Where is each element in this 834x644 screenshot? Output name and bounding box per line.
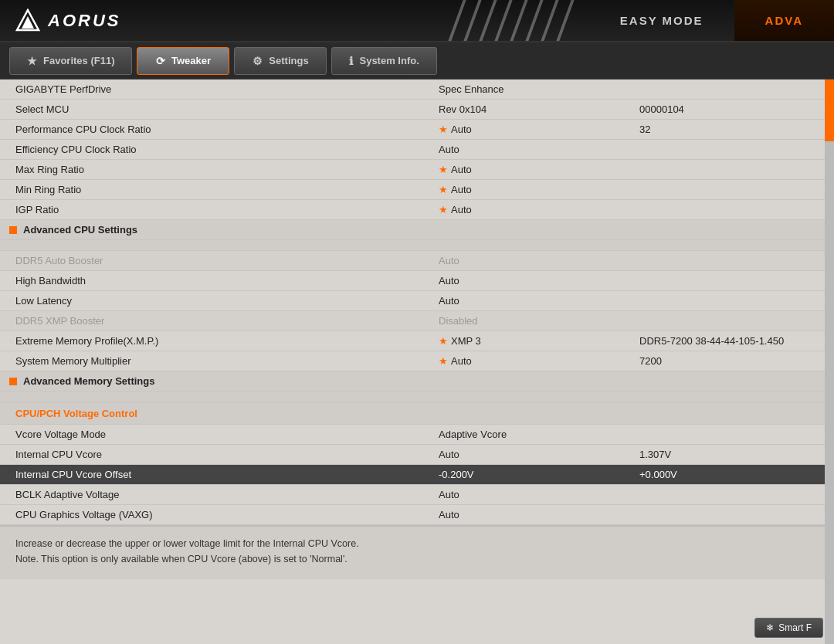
settings-row-select-mcu[interactable]: Select MCU Rev 0x104 00000104 bbox=[0, 100, 825, 120]
settings-row-perf-cpu-clock[interactable]: Performance CPU Clock Ratio ★Auto 32 bbox=[0, 120, 825, 140]
row-name: Vcore Voltage Mode bbox=[0, 426, 432, 442]
star-icon: ★ bbox=[439, 204, 448, 215]
description-line2: Note. This option is only available when… bbox=[15, 551, 809, 567]
row-value: Disabled bbox=[432, 313, 633, 329]
row-extra bbox=[633, 513, 825, 517]
settings-row-internal-cpu-vcore[interactable]: Internal CPU Vcore Auto 1.307V bbox=[0, 445, 825, 465]
settings-row-min-ring-ratio[interactable]: Min Ring Ratio ★Auto bbox=[0, 180, 825, 200]
settings-row-ddr5-auto-booster[interactable]: DDR5 Auto Booster Auto bbox=[0, 251, 825, 271]
settings-row-cpu-pch-voltage[interactable]: CPU/PCH Voltage Control bbox=[0, 402, 825, 425]
settings-row-sys-mem-mult[interactable]: System Memory Multiplier ★Auto 7200 bbox=[0, 351, 825, 371]
header-modes: EASY MODE ADVA bbox=[589, 0, 834, 41]
settings-row-extreme-memory[interactable]: Extreme Memory Profile(X.M.P.) ★XMP 3 DD… bbox=[0, 331, 825, 351]
tweaker-icon: ⟳ bbox=[156, 55, 165, 67]
row-extra: +0.000V bbox=[633, 466, 825, 483]
settings-row-spacer2[interactable] bbox=[0, 391, 825, 402]
row-extra bbox=[633, 147, 825, 152]
main-content: GIGABYTE PerfDrive Spec Enhance Select M… bbox=[0, 80, 834, 644]
row-name: Efficiency CPU Clock Ratio bbox=[0, 141, 432, 158]
easy-mode-button[interactable]: EASY MODE bbox=[589, 0, 734, 41]
settings-row-advanced-mem[interactable]: Advanced Memory Settings bbox=[0, 371, 825, 391]
tab-bar: ★ Favorites (F11) ⟳ Tweaker ⚙ Settings ℹ… bbox=[0, 42, 834, 80]
settings-row-max-ring-ratio[interactable]: Max Ring Ratio ★Auto bbox=[0, 160, 825, 180]
row-extra bbox=[633, 87, 825, 92]
favorites-icon: ★ bbox=[27, 55, 37, 67]
section-square-icon bbox=[9, 378, 17, 385]
row-extra bbox=[633, 208, 825, 212]
section-label: Advanced CPU Settings bbox=[0, 221, 825, 239]
row-name: Max Ring Ratio bbox=[0, 161, 432, 178]
star-icon: ★ bbox=[439, 124, 448, 135]
row-value: Auto bbox=[432, 273, 633, 289]
row-extra bbox=[633, 259, 825, 263]
settings-row-internal-cpu-vcore-offset[interactable]: Internal CPU Vcore Offset -0.200V +0.000… bbox=[0, 465, 825, 485]
row-extra bbox=[633, 188, 825, 192]
settings-row-ddr5-xmp-booster[interactable]: DDR5 XMP Booster Disabled bbox=[0, 311, 825, 331]
row-value: Auto bbox=[432, 446, 633, 463]
row-extra bbox=[633, 493, 825, 497]
row-name: GIGABYTE PerfDrive bbox=[0, 81, 432, 97]
row-value: Adaptive Vcore bbox=[432, 426, 633, 442]
settings-row-eff-cpu-clock[interactable]: Efficiency CPU Clock Ratio Auto bbox=[0, 140, 825, 160]
tab-tweaker[interactable]: ⟳ Tweaker bbox=[137, 47, 229, 75]
star-icon: ★ bbox=[439, 164, 448, 175]
row-value: ★Auto bbox=[432, 353, 633, 369]
settings-row-advanced-cpu[interactable]: Advanced CPU Settings bbox=[0, 220, 825, 240]
row-extra: 1.307V bbox=[633, 446, 825, 463]
sysinfo-icon: ℹ bbox=[349, 55, 353, 67]
row-name: Internal CPU Vcore bbox=[0, 446, 432, 463]
aorus-logo-icon bbox=[15, 8, 40, 33]
row-name: BCLK Adaptive Voltage bbox=[0, 486, 432, 503]
row-value: ★Auto bbox=[432, 121, 633, 137]
row-name: Performance CPU Clock Ratio bbox=[0, 121, 432, 137]
section-square-icon bbox=[9, 226, 17, 234]
settings-row-gigabyte-perfdrive[interactable]: GIGABYTE PerfDrive Spec Enhance bbox=[0, 80, 825, 100]
orange-header-cell: CPU/PCH Voltage Control bbox=[0, 402, 825, 424]
logo-text: AORUS bbox=[48, 11, 120, 31]
description-box: Increase or decrease the upper or lower … bbox=[0, 525, 825, 579]
row-name: System Memory Multiplier bbox=[0, 353, 432, 369]
scrollbar-thumb[interactable] bbox=[825, 80, 834, 141]
tab-favorites[interactable]: ★ Favorites (F11) bbox=[9, 47, 132, 75]
settings-row-bclk-adaptive-voltage[interactable]: BCLK Adaptive Voltage Auto bbox=[0, 485, 825, 505]
row-name: Min Ring Ratio bbox=[0, 181, 432, 198]
section-label: Advanced Memory Settings bbox=[0, 372, 825, 390]
row-name: Extreme Memory Profile(X.M.P.) bbox=[0, 333, 432, 349]
section-label-text: Advanced Memory Settings bbox=[23, 375, 155, 387]
star-icon: ★ bbox=[439, 184, 448, 195]
row-value: Auto bbox=[432, 293, 633, 309]
tab-settings[interactable]: ⚙ Settings bbox=[234, 47, 327, 75]
rows-container: GIGABYTE PerfDrive Spec Enhance Select M… bbox=[0, 80, 825, 525]
row-value: ★XMP 3 bbox=[432, 333, 633, 349]
section-label-text: Advanced CPU Settings bbox=[23, 224, 137, 236]
adv-mode-button[interactable]: ADVA bbox=[734, 0, 834, 41]
row-name: DDR5 Auto Booster bbox=[0, 253, 432, 269]
row-name: Low Latency bbox=[0, 293, 432, 309]
row-extra: 7200 bbox=[633, 353, 825, 369]
row-value: -0.200V bbox=[432, 466, 633, 483]
tab-favorites-label: Favorites (F11) bbox=[43, 55, 114, 66]
tab-sysinfo[interactable]: ℹ System Info. bbox=[331, 47, 436, 75]
row-name: CPU Graphics Voltage (VAXG) bbox=[0, 507, 432, 523]
settings-row-low-latency[interactable]: Low Latency Auto bbox=[0, 291, 825, 311]
tab-tweaker-label: Tweaker bbox=[171, 55, 211, 66]
row-name: Internal CPU Vcore Offset bbox=[0, 466, 432, 483]
settings-row-vcore-voltage-mode[interactable]: Vcore Voltage Mode Adaptive Vcore bbox=[0, 425, 825, 445]
row-value: ★Auto bbox=[432, 161, 633, 178]
row-value: Auto bbox=[432, 253, 633, 269]
smart-fan-icon: ❄ bbox=[766, 622, 774, 633]
row-name: DDR5 XMP Booster bbox=[0, 313, 432, 329]
logo-area: AORUS bbox=[15, 8, 120, 33]
row-value: Auto bbox=[432, 141, 633, 158]
scrollbar[interactable] bbox=[825, 80, 834, 644]
row-value: Auto bbox=[432, 486, 633, 503]
settings-row-high-bandwidth[interactable]: High Bandwidth Auto bbox=[0, 271, 825, 291]
tab-settings-label: Settings bbox=[269, 55, 308, 66]
smart-fan-button[interactable]: ❄ Smart F bbox=[754, 618, 823, 638]
settings-row-cpu-graphics-voltage[interactable]: CPU Graphics Voltage (VAXG) Auto bbox=[0, 505, 825, 525]
row-name: High Bandwidth bbox=[0, 273, 432, 289]
settings-row-spacer1[interactable] bbox=[0, 240, 825, 251]
settings-row-igp-ratio[interactable]: IGP Ratio ★Auto bbox=[0, 200, 825, 220]
row-value: Rev 0x104 bbox=[432, 101, 633, 117]
row-name: IGP Ratio bbox=[0, 202, 432, 218]
